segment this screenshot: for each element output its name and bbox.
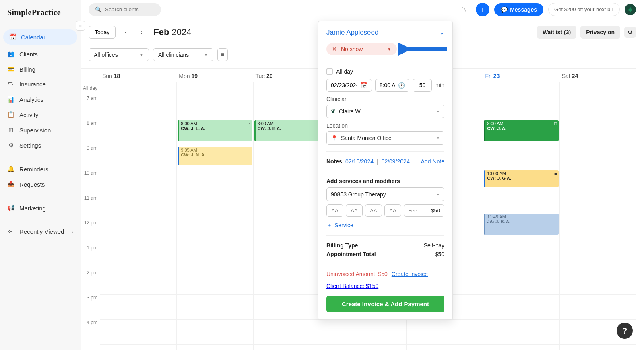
offices-filter[interactable]: All offices▼ [89, 48, 149, 61]
hour-label: 4 pm [80, 320, 100, 345]
modifier-input[interactable] [384, 204, 401, 217]
nav-billing[interactable]: 💳Billing [0, 62, 80, 77]
create-invoice-link[interactable]: Create Invoice [392, 271, 428, 277]
today-button[interactable]: Today [89, 26, 116, 39]
event-time: 8:00 AM [181, 121, 250, 126]
note-link[interactable]: 02/16/2024 [345, 158, 374, 165]
megaphone-icon: 📢 [7, 204, 14, 212]
day-column-sat[interactable] [559, 95, 636, 350]
client-name-link[interactable]: Jamie Appleseed [326, 29, 378, 37]
add-service-button[interactable]: ＋Service [326, 222, 444, 229]
next-button[interactable]: › [136, 26, 148, 38]
topbar: 🔍 〽 ＋ 💬Messages Get $200 off your next b… [80, 0, 644, 19]
nav-reminders[interactable]: 🔔Reminders [0, 161, 80, 177]
shield-icon: 🛡 [7, 81, 14, 88]
nav-calendar[interactable]: 📅Calendar [3, 29, 77, 45]
note-link[interactable]: 02/09/2024 [382, 158, 410, 165]
messages-button[interactable]: 💬Messages [494, 3, 543, 16]
event-time: 8:00 AM [258, 121, 327, 126]
nav-clients[interactable]: 👥Clients [0, 46, 80, 62]
help-button[interactable]: ? [617, 323, 633, 339]
create-invoice-payment-button[interactable]: Create Invoice & Add Payment [326, 296, 444, 312]
duration-field[interactable] [413, 79, 432, 92]
x-icon: ✕ [332, 46, 337, 52]
search-input[interactable]: 🔍 [89, 3, 161, 16]
day-column-mon[interactable]: 8:00 AMCW: J. L. A.▪ 9:05 AMCW: J. N. A. [176, 95, 253, 350]
nav-recently-viewed[interactable]: 👁Recently Viewed› [0, 224, 80, 239]
prev-button[interactable]: ‹ [120, 26, 132, 38]
day-column-fri[interactable]: 8:00 AMCW: J. A.◻ 10:00 AMCW: J. G A.■ 1… [483, 95, 559, 350]
nav-label: Marketing [19, 205, 46, 212]
nav-supervision[interactable]: ⊞Supervision [0, 122, 80, 138]
time-input[interactable] [380, 82, 395, 89]
date-field[interactable]: 📅 [326, 79, 372, 92]
add-service-label: Service [334, 222, 353, 229]
hour-label: 12 pm [80, 220, 100, 245]
billing-type-label: Billing Type [326, 242, 358, 249]
waitlist-chip[interactable]: Waitlist (3) [537, 26, 576, 39]
appt-total-label: Appointment Total [326, 251, 376, 257]
modifier-input[interactable] [346, 204, 363, 217]
fee-field[interactable]: Fee$50 [404, 204, 444, 217]
caret-down-icon: ▼ [204, 53, 208, 57]
modifier-input[interactable] [326, 204, 343, 217]
calendar-icon: 📅 [361, 82, 367, 89]
allday-cell[interactable] [559, 82, 636, 95]
allday-checkbox[interactable] [326, 68, 333, 75]
event-title: CW: J. B A. [258, 126, 327, 131]
sidebar: SimplePractice « 📅Calendar 👥Clients 💳Bil… [0, 0, 80, 350]
client-balance-link[interactable]: Client Balance: $150 [326, 283, 378, 289]
inbox-icon: 📥 [7, 181, 14, 188]
activity-chart-icon[interactable]: 〽 [457, 3, 471, 16]
appt-total-value: $50 [435, 251, 444, 257]
appointment-event[interactable]: 8:00 AMCW: J. A.◻ [484, 120, 558, 141]
clinicians-filter[interactable]: All clinicians▼ [153, 48, 213, 61]
add-button[interactable]: ＋ [476, 3, 489, 16]
filter-settings-button[interactable]: ≡ [217, 48, 228, 61]
nav-marketing[interactable]: 📢Marketing [0, 200, 80, 216]
location-select[interactable]: 📍Santa Monica Office▼ [326, 131, 444, 145]
brand-logo: SimplePractice [0, 3, 80, 25]
privacy-toggle[interactable]: Privacy on [580, 26, 620, 39]
appointment-event[interactable]: 11:45 AMJA: J. B. A. [484, 214, 558, 235]
nav-insurance[interactable]: 🛡Insurance [0, 77, 80, 92]
collapse-sidebar-button[interactable]: « [76, 21, 85, 31]
clinician-select[interactable]: ❦Claire W▼ [326, 105, 444, 118]
appointment-event-cancelled[interactable]: 9:05 AMCW: J. N. A. [178, 147, 252, 165]
collapse-flyout-icon[interactable]: ⌄ [440, 29, 444, 36]
location-label: Location [326, 122, 444, 129]
duration-input[interactable] [417, 82, 428, 89]
add-note-link[interactable]: Add Note [421, 158, 444, 165]
appointment-event[interactable]: 8:00 AMCW: J. L. A.▪ [178, 120, 252, 141]
event-time: 9:05 AM [181, 148, 250, 152]
time-field[interactable]: 🕐 [375, 79, 410, 92]
nav-requests[interactable]: 📥Requests [0, 177, 80, 192]
nav-settings[interactable]: ⚙Settings [0, 138, 80, 153]
day-column-sun[interactable] [100, 95, 176, 350]
messages-label: Messages [510, 6, 537, 13]
allday-label: All day [80, 82, 100, 95]
event-title: CW: J. N. A. [181, 152, 250, 157]
billing-type-value: Self-pay [424, 242, 444, 249]
eye-icon: 👁 [7, 228, 14, 235]
calendar-settings-button[interactable]: ⚙ [624, 27, 636, 38]
user-avatar[interactable] [625, 4, 636, 15]
status-dropdown[interactable]: ✕ No show ▼ [326, 43, 397, 55]
allday-cell[interactable] [176, 82, 253, 95]
bell-icon: 🔔 [7, 165, 14, 173]
allday-cell[interactable] [483, 82, 559, 95]
appointment-event[interactable]: 10:00 AMCW: J. G A.■ [484, 170, 558, 187]
notes-row: Notes 02/16/2024 | 02/09/2024 Add Note [326, 158, 444, 165]
date-input[interactable] [331, 82, 357, 89]
modifier-input[interactable] [365, 204, 382, 217]
nav-activity[interactable]: 📋Activity [0, 107, 80, 122]
service-select[interactable]: 90853 Group Therapy▼ [326, 187, 444, 201]
nav-analytics[interactable]: 📊Analytics [0, 92, 80, 107]
allday-cell[interactable] [100, 82, 176, 95]
search-field[interactable] [105, 6, 173, 12]
event-time: 11:45 AM [487, 214, 556, 219]
promo-chip[interactable]: Get $200 off your next bill [548, 3, 620, 16]
month-label: Feb 2024 [153, 27, 191, 37]
chevron-right-icon: › [71, 228, 73, 235]
nav-label: Reminders [19, 166, 49, 173]
